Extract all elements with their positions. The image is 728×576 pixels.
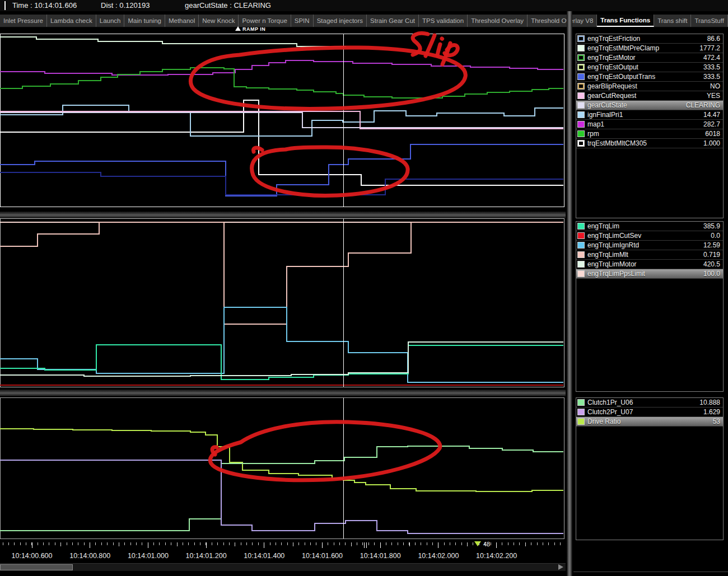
channel-name: engTrqLimCutSev [587, 231, 711, 240]
color-swatch-icon [577, 92, 585, 99]
legend-row-gearcutstate[interactable]: gearCutStateCLEARING [576, 101, 723, 110]
channel-name: gearBlipRequest [587, 82, 710, 91]
scrollbar-thumb[interactable] [0, 564, 73, 570]
legend-panel-2: engTrqLim385.9engTrqLimCutSev0.0engTrqLi… [576, 221, 724, 392]
scroll-right-arrow-icon[interactable] [558, 564, 563, 570]
channel-value: 472.4 [703, 53, 723, 62]
status-bar: Time : 10:14:01.606 Dist : 0.120193 gear… [0, 0, 728, 11]
trace-gearCutState [0, 113, 563, 128]
chart-frame [0, 219, 564, 387]
channel-value: 0.719 [703, 250, 723, 259]
tab-trans-functions[interactable]: Trans Functions [597, 15, 654, 27]
tab-staged-injectors[interactable]: Staged injectors [314, 15, 367, 27]
color-swatch-icon [577, 111, 585, 118]
legend-row-engtrqestmotor[interactable]: engTrqEstMotor472.4 [576, 53, 723, 63]
legend-panel-1: engTrqEstFriction86.6engTrqEstMbtPreClam… [576, 34, 724, 218]
trace-engTrqLimMotor [0, 342, 563, 376]
color-swatch-icon [577, 242, 585, 249]
channel-value: 385.9 [703, 222, 723, 231]
tab-lambda-check[interactable]: Lambda check [47, 15, 96, 27]
tab-trans-shift[interactable]: Trans shift [654, 15, 691, 27]
channel-name: gearCutState [587, 101, 686, 110]
trace-ignFinalPri1 [0, 105, 563, 136]
time-axis[interactable]: 10:14:00.60010:14:00.80010:14:01.00010:1… [0, 542, 566, 563]
chart-torque-limits[interactable] [0, 218, 566, 387]
splitter-horizontal[interactable] [0, 390, 566, 396]
legend-row-engtrqestoutputtrans[interactable]: engTrqEstOutputTrans333.5 [576, 72, 723, 82]
color-swatch-icon [577, 261, 585, 268]
horizontal-scrollbar[interactable] [0, 563, 566, 571]
legend-row-rpm[interactable]: rpm6018 [576, 129, 723, 139]
tab-power-n-torque[interactable]: Power n Torque [239, 15, 291, 27]
channel-value: 12.59 [703, 241, 723, 250]
trace-engTrqEstFriction [0, 172, 563, 195]
channel-value: 10.888 [699, 398, 723, 407]
status-time: Time : 10:14:01.606 [12, 0, 77, 11]
legend-row-clutch2pr_u07[interactable]: Clutch2Pr_U071.629 [576, 408, 723, 417]
legend-row-clutch1pr_u06[interactable]: Clutch1Pr_U0610.888 [576, 398, 723, 408]
legend-row-trqestmbtmltcm305[interactable]: trqEstMbtMltCM3051.000 [576, 139, 723, 148]
channel-name: engTrqLimIgnRtd [587, 241, 703, 250]
color-swatch-icon [577, 399, 585, 406]
tab-threshold-overlay[interactable]: Threshold Overlay [468, 15, 528, 27]
legend-row-engtrqestmbtpreclamp[interactable]: engTrqEstMbtPreClamp1777.2 [576, 44, 723, 53]
trace-gearCutRequest [0, 111, 563, 129]
ramp-in-label: RAMP IN [242, 26, 265, 32]
tab-main-tuning[interactable]: Main tuning [124, 15, 165, 27]
channel-name: engTrqLimMlt [587, 250, 703, 259]
color-swatch-icon [577, 83, 585, 90]
time-axis-label: 10:14:01.200 [186, 552, 227, 560]
tab-spin[interactable]: SPIN [291, 15, 314, 27]
channel-value: YES [707, 91, 723, 100]
channel-value: NO [710, 82, 723, 91]
tab-transstuff[interactable]: TransStuff [691, 15, 727, 27]
tab-launch[interactable]: Launch [96, 15, 125, 27]
tab-threshold-overlay-v8[interactable]: Threshold Overlay V8 [528, 15, 597, 27]
legend-row-engtrqlimmlt[interactable]: engTrqLimMlt0.719 [576, 250, 723, 260]
tab-new-knock[interactable]: New Knock [199, 15, 239, 27]
trace-Clutch2Pr_U07 [0, 460, 563, 533]
up-triangle-icon [235, 26, 241, 31]
legend-row-engtrqlimppslimit[interactable]: engTrqLimPpsLimit100.0 [576, 269, 723, 279]
legend-row-engtrqlim[interactable]: engTrqLim385.9 [576, 222, 723, 231]
legend-row-engtrqlimcutsev[interactable]: engTrqLimCutSev0.0 [576, 231, 723, 241]
trace-engTrqLimIgnRtd [0, 307, 563, 382]
channel-name: map1 [587, 120, 703, 129]
legend-row-map1[interactable]: map1282.7 [576, 120, 723, 129]
channel-name: engTrqEstOutput [587, 63, 703, 72]
legend-row-engtrqestoutput[interactable]: engTrqEstOutput333.5 [576, 63, 723, 72]
channel-name: engTrqEstFriction [587, 34, 707, 43]
time-axis-label: 10:14:01.600 [302, 552, 343, 560]
legend-row-drive-ratio[interactable]: Drive Ratio53 [576, 417, 723, 427]
channel-name: ignFinalPri1 [587, 110, 703, 119]
chart-frame [0, 398, 564, 539]
legend-row-gearbliprequest[interactable]: gearBlipRequestNO [576, 82, 723, 91]
channel-value: 6018 [705, 129, 723, 138]
channel-name: engTrqLimPpsLimit [587, 269, 703, 278]
tab-methanol[interactable]: Methanol [165, 15, 199, 27]
cursor-tick-icon [4, 1, 6, 10]
time-axis-label: 10:14:00.800 [69, 552, 110, 560]
channel-value: 333.5 [703, 63, 723, 72]
tab-strain-gear-cut[interactable]: Strain Gear Cut [367, 15, 419, 27]
chart-engine-torque[interactable] [0, 34, 566, 207]
trace-engTrqLim [0, 345, 563, 380]
channel-value: 1.000 [703, 139, 723, 148]
color-swatch-icon [577, 251, 585, 258]
tab-tps-validation[interactable]: TPS validation [419, 15, 468, 27]
legend-row-engtrqlimignrtd[interactable]: engTrqLimIgnRtd12.59 [576, 241, 723, 250]
channel-name: trqEstMbtMltCM305 [587, 139, 703, 148]
legend-row-ignfinalpri1[interactable]: ignFinalPri114.47 [576, 110, 723, 120]
chart-clutch[interactable] [0, 397, 566, 539]
legend-row-engtrqestfriction[interactable]: engTrqEstFriction86.6 [576, 34, 723, 44]
channel-name: engTrqEstMbtPreClamp [587, 44, 699, 53]
ramp-in-marker: RAMP IN [235, 26, 265, 32]
color-swatch-icon [577, 140, 585, 147]
tab-inlet-pressure[interactable]: Inlet Pressure [0, 15, 47, 27]
legend-row-gearcutrequest[interactable]: gearCutRequestYES [576, 91, 723, 101]
legend-row-engtrqlimmotor[interactable]: engTrqLimMotor420.5 [576, 260, 723, 269]
channel-name: Clutch1Pr_U06 [587, 398, 699, 407]
channel-name: Clutch2Pr_U07 [587, 408, 703, 416]
splitter-vertical[interactable] [567, 11, 572, 576]
splitter-horizontal[interactable] [0, 212, 566, 218]
